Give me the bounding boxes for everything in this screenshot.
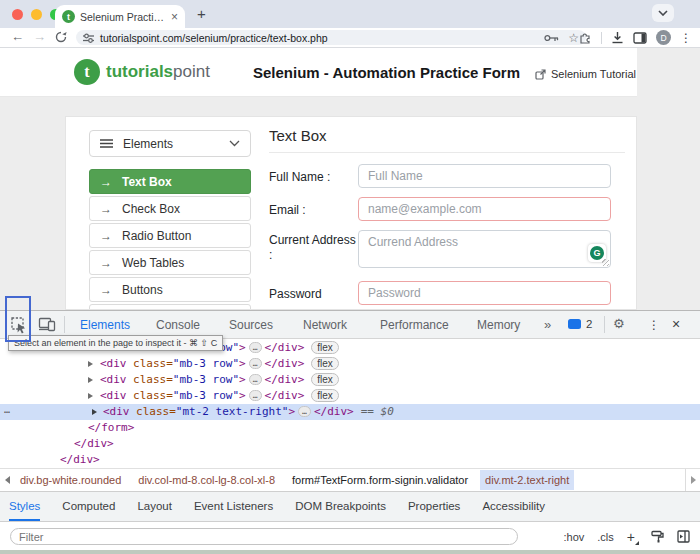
toolbar-divider xyxy=(601,32,602,44)
brand-wordmark[interactable]: tutorialspoint xyxy=(106,62,210,82)
settings-gear-icon[interactable]: ⚙ xyxy=(613,316,625,331)
inline-expand-button[interactable]: … xyxy=(249,374,262,385)
devtools-close-icon[interactable]: × xyxy=(672,316,680,332)
panel-tab-properties[interactable]: Properties xyxy=(408,492,460,521)
tab-search-chevron-icon[interactable] xyxy=(652,4,674,22)
devtools-tab-network[interactable]: Network xyxy=(303,318,347,332)
current-address-textarea[interactable] xyxy=(358,230,611,268)
dom-tree-row[interactable]: </form> xyxy=(0,420,700,436)
downloads-icon[interactable] xyxy=(611,31,624,44)
panel-tab-styles[interactable]: Styles xyxy=(9,492,40,521)
devtools-tab-elements[interactable]: Elements xyxy=(80,318,130,332)
device-toolbar-icon[interactable] xyxy=(38,316,56,332)
elements-dropdown[interactable]: Elements xyxy=(89,130,251,157)
expand-arrow-icon[interactable] xyxy=(88,393,93,399)
dom-tree-row[interactable]: <div class="mb-3 row">…</div>flex xyxy=(0,372,700,388)
tag-close: </div> xyxy=(265,357,305,370)
dom-tree-row[interactable]: <div class="mb-3 row">…</div>flex xyxy=(0,388,700,404)
styles-filter-input[interactable] xyxy=(10,528,518,545)
inline-expand-button[interactable]: … xyxy=(249,342,262,353)
breadcrumb-scroll-right[interactable] xyxy=(685,469,700,491)
tab-favicon-icon: t xyxy=(62,10,75,23)
expand-arrow-icon[interactable] xyxy=(88,377,93,383)
close-window-button[interactable] xyxy=(12,9,23,20)
arrow-right-icon: → xyxy=(100,175,112,189)
reload-button[interactable] xyxy=(55,31,67,43)
devtools-menu-icon[interactable]: ⋮ xyxy=(648,318,660,332)
breadcrumb-item[interactable]: form#TextForm.form-signin.validator xyxy=(287,470,473,490)
sidebar-item-web-tables[interactable]: → Web Tables xyxy=(89,250,251,275)
tab-title: Selenium Practice - Text Box xyxy=(80,11,166,23)
minimize-window-button[interactable] xyxy=(31,9,42,20)
panel-tab-event-listeners[interactable]: Event Listeners xyxy=(194,492,273,521)
dom-tree-row[interactable]: <div class="mb-3 row">…</div>flex xyxy=(0,356,700,372)
devtools-tab-sources[interactable]: Sources xyxy=(229,318,273,332)
panel-tab-accessibility[interactable]: Accessibility xyxy=(482,492,545,521)
gutter-more-icon[interactable]: … xyxy=(4,402,10,418)
new-tab-button[interactable]: + xyxy=(197,5,206,22)
dom-tree-row[interactable]: </div> xyxy=(0,436,700,452)
toggle-sidebar-panel-icon[interactable] xyxy=(677,530,690,543)
more-tabs-icon[interactable]: » xyxy=(544,317,551,332)
email-input[interactable] xyxy=(358,197,611,221)
back-button[interactable]: ← xyxy=(11,29,24,44)
breadcrumb-item-selected[interactable]: div.mt-2.text-right xyxy=(480,470,574,490)
sidebar-item-label: Buttons xyxy=(122,283,163,297)
tag-open: <div xyxy=(100,373,127,386)
side-panel-icon[interactable] xyxy=(633,32,647,44)
panel-tab-dom-breakpoints[interactable]: DOM Breakpoints xyxy=(295,492,386,521)
new-style-rule-button[interactable]: + xyxy=(627,530,638,544)
sidebar-item-check-box[interactable]: → Check Box xyxy=(89,196,251,221)
tag-close: </div> xyxy=(60,453,100,466)
inline-expand-button[interactable]: … xyxy=(298,406,311,417)
tag-bracket: > xyxy=(239,373,246,386)
flex-badge[interactable]: flex xyxy=(311,357,339,370)
devtools-tab-memory[interactable]: Memory xyxy=(477,318,520,332)
panel-tab-layout[interactable]: Layout xyxy=(137,492,172,521)
panel-tab-computed[interactable]: Computed xyxy=(62,492,115,521)
breadcrumb-scroll-left[interactable] xyxy=(0,469,15,491)
inline-expand-button[interactable]: … xyxy=(249,390,262,401)
current-address-label: Current Address : xyxy=(269,233,357,263)
devtools-tab-console[interactable]: Console xyxy=(156,318,200,332)
expand-arrow-icon[interactable] xyxy=(92,409,97,415)
sidebar-item-buttons[interactable]: → Buttons xyxy=(89,277,251,302)
tutorialspoint-logo-icon[interactable]: t xyxy=(74,59,100,85)
element-classes-button[interactable]: .cls xyxy=(597,531,614,543)
address-bar[interactable]: tutorialspoint.com/selenium/practice/tex… xyxy=(76,30,586,45)
site-info-icon[interactable] xyxy=(83,33,94,43)
sidebar-item-text-box[interactable]: → Text Box xyxy=(89,169,251,194)
breadcrumb-item[interactable]: div.col-md-8.col-lg-8.col-xl-8 xyxy=(133,470,280,490)
browser-tab[interactable]: t Selenium Practice - Text Box × xyxy=(55,5,185,28)
forward-button[interactable]: → xyxy=(33,29,46,44)
dom-tree-row-selected[interactable]: … <div class="mt-2 text-right">…</div>==… xyxy=(0,404,700,420)
extensions-puzzle-icon[interactable] xyxy=(579,31,592,44)
full-name-input[interactable] xyxy=(358,164,611,188)
selenium-tutorial-link[interactable]: Selenium Tutorial xyxy=(535,68,636,80)
tag-open: <div xyxy=(100,357,127,370)
toggle-element-state-button[interactable]: :hov xyxy=(564,531,585,543)
inspect-element-icon[interactable] xyxy=(10,316,28,334)
bookmark-star-icon[interactable]: ☆ xyxy=(568,32,579,44)
tab-close-icon[interactable]: × xyxy=(171,11,178,23)
inline-expand-button[interactable]: … xyxy=(249,358,262,369)
sidebar-item-radio-button[interactable]: → Radio Button xyxy=(89,223,251,248)
password-input[interactable] xyxy=(358,281,611,305)
devtools-tab-performance[interactable]: Performance xyxy=(380,318,449,332)
flex-badge[interactable]: flex xyxy=(311,389,339,402)
breadcrumb-item[interactable]: div.bg-white.rounded xyxy=(15,470,126,490)
expand-arrow-icon[interactable] xyxy=(88,361,93,367)
profile-avatar[interactable]: D xyxy=(656,30,671,45)
tag-bracket: > xyxy=(288,405,295,418)
sidebar-item-label: Web Tables xyxy=(122,256,184,270)
flex-badge[interactable]: flex xyxy=(311,373,339,386)
browser-menu-icon[interactable]: ⋮ xyxy=(680,32,692,44)
flex-badge[interactable]: flex xyxy=(311,341,339,354)
password-key-icon[interactable] xyxy=(544,34,559,42)
dom-tree-row[interactable]: </div> xyxy=(0,452,700,468)
rendering-emulation-icon[interactable] xyxy=(651,530,664,543)
messages-bubble-icon[interactable] xyxy=(568,319,581,329)
arrow-right-icon: → xyxy=(100,256,112,270)
grammarly-letter: G xyxy=(590,246,604,260)
resize-handle[interactable] xyxy=(602,259,609,266)
